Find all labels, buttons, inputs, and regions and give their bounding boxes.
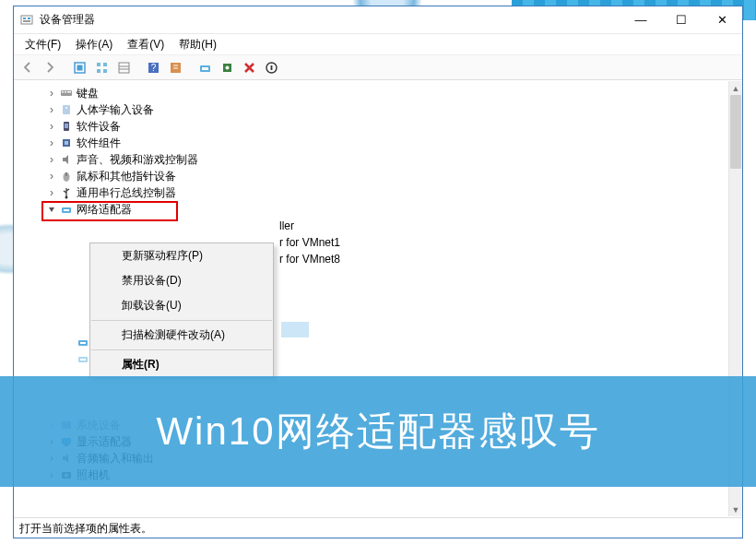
watermark-banner: Win10网络适配器感叹号	[0, 376, 756, 487]
close-button[interactable]: ✕	[702, 7, 742, 33]
menu-file[interactable]: 文件(F)	[18, 35, 68, 54]
usb-icon	[58, 186, 75, 199]
chevron-down-icon[interactable]	[45, 205, 58, 214]
forward-button[interactable]	[40, 57, 60, 77]
svg-rect-26	[67, 91, 71, 93]
scroll-up-button[interactable]: ▲	[729, 81, 742, 95]
svg-rect-2	[28, 18, 30, 19]
tree-row-network-adapters[interactable]: 网络适配器	[14, 201, 742, 218]
tree-label: 声音、视频和游戏控制器	[75, 152, 198, 168]
app-icon	[19, 13, 34, 28]
back-button[interactable]	[18, 57, 38, 77]
svg-rect-24	[62, 91, 64, 93]
context-menu-separator	[91, 320, 272, 321]
svg-rect-8	[103, 63, 107, 66]
menu-action[interactable]: 操作(A)	[68, 35, 120, 54]
tree-row[interactable]: › 声音、视频和游戏控制器	[14, 151, 742, 168]
maximize-button[interactable]: ☐	[661, 7, 702, 33]
toolbar-uninstall-icon[interactable]	[239, 57, 259, 77]
selection-highlight	[281, 322, 309, 337]
context-menu-separator	[91, 349, 272, 350]
tree-row[interactable]: › 键盘	[14, 85, 742, 101]
toolbar-scan-hardware-icon[interactable]	[217, 57, 237, 77]
software-component-icon	[58, 136, 75, 149]
tree-label: 软件设备	[75, 119, 121, 135]
toolbar-update-icon[interactable]	[195, 57, 215, 77]
tree-label: 鼠标和其他指针设备	[75, 169, 176, 184]
svg-rect-25	[65, 91, 66, 93]
keyboard-icon	[58, 87, 75, 100]
toolbar-disable-icon[interactable]	[261, 57, 281, 77]
chevron-right-icon[interactable]: ›	[45, 186, 58, 199]
toolbar-list-icon[interactable]	[91, 57, 112, 77]
svg-rect-5	[77, 65, 82, 70]
tree-row[interactable]: › 鼠标和其他指针设备	[14, 168, 742, 184]
svg-rect-10	[119, 63, 129, 73]
menu-view[interactable]: 查看(V)	[120, 35, 171, 54]
toolbar-details-icon[interactable]	[113, 57, 134, 77]
tree-row[interactable]: › 软件组件	[14, 135, 742, 151]
tree-label: 人体学输入设备	[75, 102, 154, 118]
svg-rect-3	[23, 20, 30, 22]
svg-point-21	[225, 65, 229, 69]
mouse-icon	[58, 170, 75, 183]
scroll-thumb[interactable]	[730, 95, 741, 169]
tree-label: 通用串行总线控制器	[75, 185, 176, 201]
status-bar: 打开当前选择项的属性表。	[14, 517, 742, 538]
svg-rect-23	[61, 90, 72, 96]
tree-label: 键盘	[75, 86, 99, 101]
tree-label: 网络适配器	[75, 202, 132, 218]
svg-rect-19	[202, 67, 208, 70]
chevron-right-icon[interactable]: ›	[45, 170, 58, 183]
chevron-right-icon[interactable]: ›	[45, 153, 58, 166]
svg-rect-32	[65, 141, 68, 145]
context-menu-disable-device[interactable]: 禁用设备(D)	[90, 268, 273, 293]
toolbar-properties-icon[interactable]	[165, 57, 185, 77]
toolbar-help-icon[interactable]: ?	[143, 57, 163, 77]
context-menu: 更新驱动程序(P) 禁用设备(D) 卸载设备(U) 扫描检测硬件改动(A) 属性…	[89, 242, 274, 378]
context-menu-uninstall-device[interactable]: 卸载设备(U)	[90, 293, 273, 318]
tree-row[interactable]: › 人体学输入设备	[14, 101, 742, 118]
svg-rect-7	[97, 69, 100, 73]
svg-rect-42	[80, 359, 86, 361]
svg-rect-38	[64, 209, 69, 211]
window-title: 设备管理器	[40, 12, 620, 28]
chevron-right-icon[interactable]: ›	[45, 120, 58, 133]
menu-help[interactable]: 帮助(H)	[171, 35, 224, 54]
chevron-right-icon[interactable]: ›	[45, 136, 58, 149]
menubar: 文件(F) 操作(A) 查看(V) 帮助(H)	[14, 34, 742, 54]
titlebar[interactable]: 设备管理器 — ☐ ✕	[14, 6, 742, 34]
context-menu-properties[interactable]: 属性(R)	[90, 352, 273, 377]
tree-label: ller	[278, 219, 294, 232]
speaker-icon	[58, 153, 75, 166]
banner-text: Win10网络适配器感叹号	[156, 406, 599, 457]
minimize-button[interactable]: —	[620, 7, 661, 33]
svg-rect-0	[21, 16, 32, 24]
network-adapter-icon	[58, 203, 75, 216]
hid-icon	[58, 103, 75, 116]
software-device-icon	[58, 120, 75, 133]
chevron-right-icon[interactable]: ›	[45, 103, 58, 116]
tree-row[interactable]: › 软件设备	[14, 118, 742, 135]
svg-rect-27	[63, 105, 70, 114]
context-menu-scan-hardware[interactable]: 扫描检测硬件改动(A)	[90, 323, 273, 348]
context-menu-update-driver[interactable]: 更新驱动程序(P)	[90, 243, 273, 268]
status-text: 打开当前选择项的属性表。	[19, 522, 152, 535]
scroll-down-button[interactable]: ▼	[729, 503, 742, 516]
svg-text:?: ?	[150, 63, 156, 73]
svg-rect-1	[23, 18, 26, 19]
tree-row[interactable]: › 通用串行总线控制器	[14, 184, 742, 201]
svg-rect-9	[103, 69, 107, 73]
svg-rect-6	[97, 63, 100, 66]
toolbar-scan-icon[interactable]	[69, 57, 89, 77]
tree-row[interactable]: ller	[14, 218, 742, 234]
svg-rect-40	[80, 342, 86, 344]
svg-rect-30	[65, 124, 68, 128]
window-controls: — ☐ ✕	[620, 7, 742, 33]
toolbar: ?	[14, 54, 742, 80]
tree-label: r for VMnet8	[278, 253, 340, 266]
svg-point-28	[65, 107, 67, 109]
chevron-right-icon[interactable]: ›	[45, 87, 58, 100]
tree-label: r for VMnet1	[278, 236, 340, 249]
tree-label: 软件组件	[75, 136, 121, 151]
